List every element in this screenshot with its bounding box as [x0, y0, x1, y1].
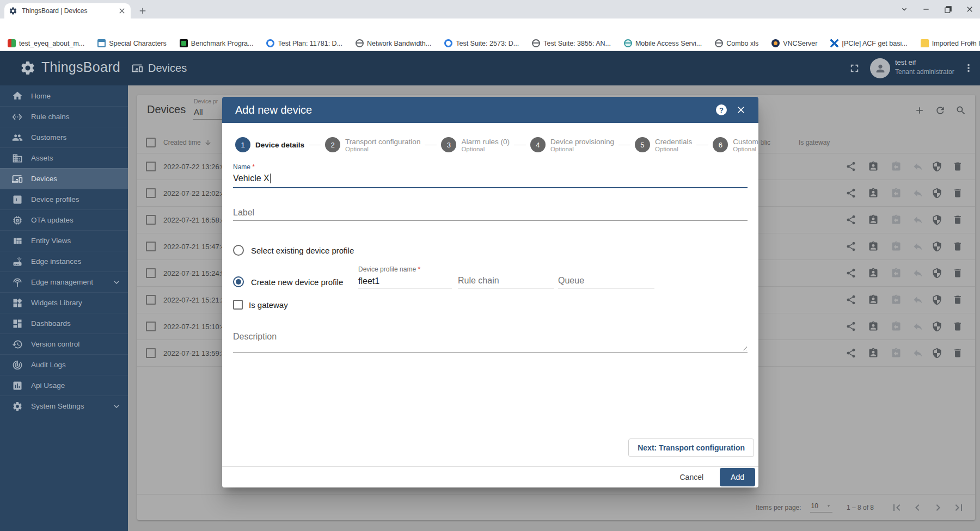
first-page-button[interactable] — [890, 501, 903, 514]
sidebar-item-edge-management[interactable]: Edge management — [0, 271, 128, 292]
is-gateway-checkbox[interactable] — [146, 242, 156, 251]
refresh-icon[interactable] — [935, 105, 946, 116]
delete-action[interactable] — [952, 214, 963, 225]
share-action[interactable] — [846, 321, 856, 332]
description-textarea[interactable]: Description — [233, 325, 748, 353]
header-menu-icon[interactable] — [963, 62, 975, 74]
share-action[interactable] — [846, 348, 856, 359]
assign-customer-action[interactable] — [868, 188, 879, 199]
sidebar-item-edge-instances[interactable]: Edge instances — [0, 251, 128, 271]
window-close-button[interactable] — [961, 2, 978, 16]
sidebar-item-dashboards[interactable]: Dashboards — [0, 313, 128, 334]
delete-action[interactable] — [952, 188, 963, 199]
sidebar-item-assets[interactable]: Assets — [0, 147, 128, 168]
share-action[interactable] — [846, 268, 856, 279]
bookmark-item[interactable]: test_eyeq_about_m... — [8, 39, 84, 47]
share-action[interactable] — [846, 188, 856, 199]
unassign-action[interactable] — [912, 241, 923, 252]
select-all-checkbox[interactable] — [146, 138, 156, 147]
make-public-action[interactable] — [891, 214, 902, 225]
assign-customer-action[interactable] — [868, 348, 879, 359]
rule-chain-field[interactable]: Rule chain — [458, 273, 554, 288]
assign-customer-action[interactable] — [868, 161, 879, 172]
bookmark-item[interactable]: Benchmark Progra... — [180, 39, 254, 47]
credentials-shield-action[interactable] — [932, 241, 942, 252]
is-gateway-checkbox[interactable] — [146, 162, 156, 171]
step-6[interactable]: 6CustomerOptional — [713, 137, 765, 152]
sidebar-item-api-usage[interactable]: Api Usage — [0, 375, 128, 396]
credentials-shield-action[interactable] — [932, 321, 942, 332]
device-profile-name-field[interactable]: Device profile name * fleet1 — [358, 266, 452, 288]
delete-action[interactable] — [952, 294, 963, 305]
unassign-action[interactable] — [912, 161, 923, 172]
sidebar-item-system-settings[interactable]: System Settings — [0, 396, 128, 416]
assign-customer-action[interactable] — [868, 241, 879, 252]
dialog-close-icon[interactable] — [736, 104, 746, 115]
bookmark-item[interactable]: Test Plan: 11781: D... — [266, 39, 342, 47]
queue-field[interactable]: Queue — [558, 273, 654, 288]
assign-customer-action[interactable] — [868, 294, 879, 305]
assign-customer-action[interactable] — [868, 268, 879, 279]
bookmarks-overflow-chevron[interactable]: » — [970, 37, 975, 46]
credentials-shield-action[interactable] — [932, 268, 942, 279]
bookmark-item[interactable]: Special Characters — [97, 39, 167, 47]
window-restore-button[interactable] — [940, 2, 956, 16]
window-chevron-icon[interactable] — [896, 2, 912, 16]
is-gateway-checkbox-row[interactable]: Is gateway — [233, 298, 288, 311]
make-public-action[interactable] — [891, 161, 902, 172]
delete-action[interactable] — [952, 241, 963, 252]
add-button[interactable]: Add — [720, 468, 755, 486]
step-4[interactable]: 4Device provisioningOptional — [530, 137, 614, 152]
fullscreen-icon[interactable] — [848, 62, 861, 75]
bookmark-item[interactable]: [PCIe] ACF get basi... — [830, 39, 907, 47]
delete-action[interactable] — [952, 268, 963, 279]
bookmark-item[interactable]: Network Bandwidth... — [356, 39, 431, 47]
sidebar-item-audit-logs[interactable]: Audit Logs — [0, 354, 128, 375]
name-field[interactable]: Name * Vehicle X — [233, 163, 748, 188]
window-minimize-button[interactable] — [918, 2, 934, 16]
bookmark-item[interactable]: Test Suite: 3855: AN... — [532, 39, 611, 47]
is-gateway-checkbox[interactable] — [146, 215, 156, 225]
bookmark-item[interactable]: Combo xls — [715, 39, 758, 47]
tab-close-icon[interactable] — [118, 7, 126, 15]
sidebar-item-home[interactable]: Home — [0, 85, 128, 106]
make-public-action[interactable] — [891, 294, 902, 305]
sidebar-item-rule-chains[interactable]: Rule chains — [0, 106, 128, 127]
delete-action[interactable] — [952, 161, 963, 172]
make-public-action[interactable] — [891, 321, 902, 332]
last-page-button[interactable] — [952, 501, 965, 514]
unassign-action[interactable] — [912, 321, 923, 332]
bookmark-item[interactable]: VNCServer — [771, 39, 817, 47]
make-public-action[interactable] — [891, 188, 902, 199]
unassign-action[interactable] — [912, 214, 923, 225]
unassign-action[interactable] — [912, 348, 923, 359]
assign-customer-action[interactable] — [868, 321, 879, 332]
credentials-shield-action[interactable] — [932, 188, 942, 199]
label-field[interactable]: Label — [233, 205, 748, 221]
credentials-shield-action[interactable] — [932, 161, 942, 172]
share-action[interactable] — [846, 214, 856, 225]
is-gateway-checkbox[interactable] — [146, 348, 156, 358]
sidebar-item-entity-views[interactable]: Entity Views — [0, 230, 128, 251]
bookmark-item[interactable]: Mobile Access Servi... — [624, 39, 702, 47]
user-avatar[interactable] — [870, 58, 890, 78]
device-profile-filter-select[interactable]: All — [194, 107, 203, 116]
is-gateway-checkbox[interactable] — [146, 188, 156, 198]
add-device-icon[interactable] — [914, 105, 925, 116]
unassign-action[interactable] — [912, 294, 923, 305]
cancel-button[interactable]: Cancel — [672, 473, 711, 481]
new-tab-button[interactable] — [136, 4, 149, 17]
share-action[interactable] — [846, 294, 856, 305]
make-public-action[interactable] — [891, 268, 902, 279]
next-transport-configuration-button[interactable]: Next: Transport configuration — [628, 439, 754, 457]
sidebar-item-version-control[interactable]: Version control — [0, 334, 128, 354]
is-gateway-checkbox[interactable] — [146, 295, 156, 305]
bookmark-item[interactable]: Test Suite: 2573: D... — [444, 39, 519, 47]
credentials-shield-action[interactable] — [932, 214, 942, 225]
sidebar-item-customers[interactable]: Customers — [0, 127, 128, 147]
sidebar-item-device-profiles[interactable]: Device profiles — [0, 189, 128, 209]
step-3[interactable]: 3Alarm rules (0)Optional — [441, 137, 510, 152]
credentials-shield-action[interactable] — [932, 348, 942, 359]
previous-page-button[interactable] — [911, 501, 924, 514]
step-2[interactable]: 2Transport configurationOptional — [325, 137, 420, 152]
